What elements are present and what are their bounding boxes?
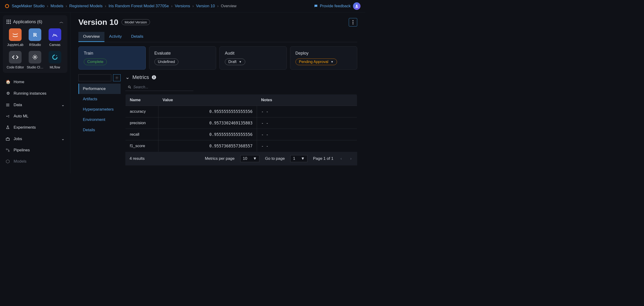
app-code-editor[interactable]: Code Editor <box>6 51 24 69</box>
app-rstudio[interactable]: R RStudio <box>26 28 44 47</box>
subnav-environment[interactable]: Environment <box>79 115 121 125</box>
page-info: Page 1 of 1 <box>313 156 334 161</box>
subnav-details[interactable]: Details <box>79 125 121 135</box>
subnav-performance[interactable]: Performance <box>78 84 121 94</box>
metrics-search[interactable] <box>125 84 194 91</box>
goto-page-select[interactable]: 1▼ <box>290 155 307 162</box>
tabs: Overview Activity Details <box>78 32 357 42</box>
tab-details[interactable]: Details <box>126 32 148 42</box>
nav-automl[interactable]: Auto ML <box>3 111 67 121</box>
collapse-metrics-button[interactable]: ⌄ <box>125 74 130 80</box>
page-title: Version 10 <box>78 17 118 27</box>
more-actions-button[interactable] <box>349 18 357 26</box>
per-page-label: Metrics per page <box>205 156 235 161</box>
results-count: 4 results <box>130 156 144 161</box>
svg-point-12 <box>128 86 130 88</box>
studio-classic-icon <box>29 51 41 63</box>
svg-point-4 <box>8 117 9 117</box>
svg-point-3 <box>8 115 9 116</box>
apps-grid-icon <box>6 20 11 24</box>
table-row: precision 0.9573302469135803 - - <box>126 117 357 129</box>
subnav-artifacts[interactable]: Artifacts <box>79 94 121 104</box>
app-mlflow[interactable]: MLflow <box>46 51 64 69</box>
briefcase-icon <box>6 137 10 141</box>
canvas-icon <box>48 28 61 41</box>
svg-point-0 <box>356 5 358 6</box>
status-badge: Undefined <box>154 59 178 65</box>
chevron-right-icon: › <box>192 4 194 8</box>
nav-home[interactable]: 🏠Home <box>3 77 67 87</box>
svg-rect-5 <box>6 138 10 140</box>
search-input[interactable] <box>133 85 191 89</box>
svg-rect-6 <box>6 149 7 150</box>
svg-point-9 <box>352 22 354 23</box>
stage-evaluate[interactable]: Evaluate Undefined <box>149 46 216 70</box>
cube-icon <box>6 159 10 163</box>
kebab-icon <box>352 20 354 24</box>
provide-feedback-link[interactable]: Provide feedback <box>314 4 351 8</box>
home-icon: 🏠 <box>6 79 10 84</box>
app-canvas[interactable]: Canvas <box>46 28 64 47</box>
nav-pipelines[interactable]: Pipelines <box>3 145 67 155</box>
chevron-right-icon: › <box>66 4 67 8</box>
caret-down-icon: ▼ <box>239 60 242 63</box>
info-icon[interactable]: i <box>152 75 156 79</box>
svg-rect-7 <box>8 151 10 152</box>
mlflow-icon <box>48 51 61 63</box>
col-name[interactable]: Name <box>126 94 158 106</box>
chevron-right-icon: › <box>47 4 48 8</box>
jupyterlab-icon <box>9 28 22 41</box>
breadcrumb-link[interactable]: Registered Models <box>69 4 102 8</box>
stage-audit[interactable]: Audit Draft▼ <box>220 46 287 70</box>
status-badge: Complete <box>84 59 107 65</box>
status-dropdown[interactable]: Pending Approval▼ <box>296 59 337 65</box>
chevron-right-icon: › <box>217 4 218 8</box>
col-notes[interactable]: Notes <box>257 94 357 106</box>
status-dropdown[interactable]: Draft▼ <box>225 59 245 65</box>
next-page-button[interactable]: › <box>349 156 353 161</box>
subnav-search-input[interactable] <box>78 74 111 81</box>
stage-deploy[interactable]: Deploy Pending Approval▼ <box>290 46 358 70</box>
breadcrumb-link[interactable]: Models <box>50 4 63 8</box>
avatar[interactable] <box>353 2 360 10</box>
stage-train[interactable]: Train Complete <box>78 46 146 70</box>
model-version-badge: Model Version <box>122 19 150 25</box>
subnav-settings-button[interactable] <box>113 74 121 81</box>
svg-point-8 <box>352 20 354 21</box>
tab-activity[interactable]: Activity <box>104 32 126 42</box>
breadcrumb-current: Overview <box>221 4 236 8</box>
code-editor-icon <box>9 51 22 63</box>
stack-icon <box>6 103 10 107</box>
breadcrumb-link[interactable]: Iris Random Forest Model 37705e <box>108 4 169 8</box>
metrics-table: Name Value Notes accuracy 0.955555555555… <box>125 94 357 152</box>
prev-page-button[interactable]: ‹ <box>339 156 343 161</box>
svg-point-2 <box>6 116 7 117</box>
breadcrumb-link[interactable]: SageMaker Studio <box>12 4 44 8</box>
pipeline-icon <box>6 148 10 152</box>
table-row: recall 0.9555555555555556 - - <box>126 129 357 140</box>
rstudio-icon: R <box>29 28 41 41</box>
breadcrumb-link[interactable]: Version 10 <box>196 4 215 8</box>
tab-overview[interactable]: Overview <box>78 32 104 42</box>
chevron-right-icon: › <box>171 4 172 8</box>
sidebar: Applications (6) ︿ JupyterLab R RStudio … <box>0 12 70 173</box>
breadcrumb-link[interactable]: Versions <box>175 4 190 8</box>
caret-down-icon: ▼ <box>301 156 305 161</box>
app-studio-classic[interactable]: Studio Cl… <box>26 51 44 69</box>
breadcrumb: SageMaker Studio› Models› Registered Mod… <box>12 4 312 8</box>
automl-icon <box>6 114 10 118</box>
subnav-hyperparameters[interactable]: Hyperparameters <box>79 104 121 115</box>
nav-experiments[interactable]: Experiments <box>3 122 67 133</box>
col-value[interactable]: Value <box>158 94 257 106</box>
nav-jobs[interactable]: Jobs⌄ <box>3 134 67 144</box>
metrics-title: Metrics <box>132 74 149 80</box>
app-jupyterlab[interactable]: JupyterLab <box>6 28 24 47</box>
svg-point-1 <box>34 56 36 58</box>
flask-icon <box>6 125 10 130</box>
applications-toggle[interactable]: Applications (6) ︿ <box>6 19 64 25</box>
nav-running-instances[interactable]: ⚙Running instances <box>3 88 67 99</box>
nav-data[interactable]: Data⌄ <box>3 100 67 110</box>
nav-models[interactable]: Models <box>3 156 67 166</box>
gear-icon <box>115 76 119 80</box>
per-page-select[interactable]: 10▼ <box>240 155 260 162</box>
